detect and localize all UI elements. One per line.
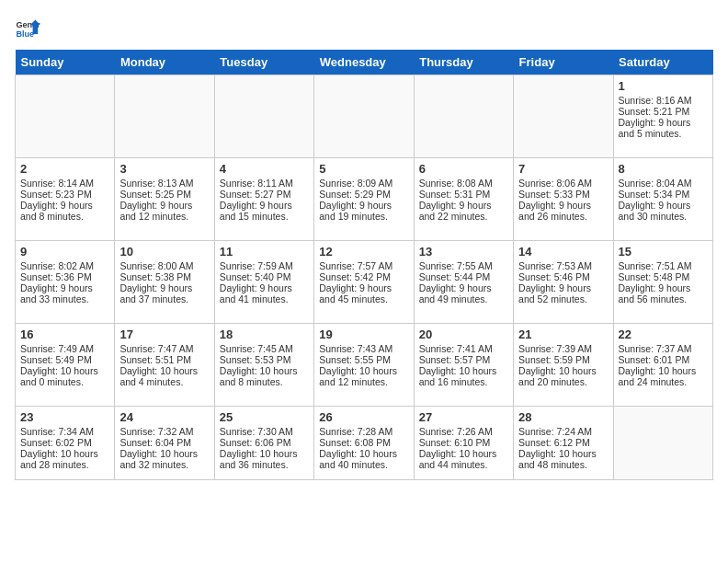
day-number: 7 [518,162,608,176]
day-info: Sunset: 5:49 PM [20,354,109,365]
day-number: 11 [220,245,309,259]
day-info: Sunrise: 7:28 AM [319,426,408,437]
day-number: 12 [319,245,408,259]
day-info: Daylight: 9 hours and 30 minutes. [619,200,708,222]
day-info: Daylight: 9 hours and 22 minutes. [419,200,508,222]
day-info: Daylight: 10 hours and 20 minutes. [518,365,608,387]
day-info: Sunset: 6:08 PM [319,437,408,448]
day-info: Sunrise: 7:57 AM [319,260,408,271]
day-info: Sunset: 5:40 PM [220,271,309,282]
day-info: Sunset: 5:27 PM [220,189,309,200]
day-number: 25 [220,410,309,424]
day-info: Daylight: 9 hours and 49 minutes. [419,282,508,304]
day-info: Sunset: 5:21 PM [619,106,708,117]
day-info: Sunrise: 7:30 AM [220,426,309,437]
weekday-header-sunday: Sunday [16,50,115,75]
day-info: Sunrise: 7:47 AM [119,343,209,354]
day-info: Sunset: 6:02 PM [20,437,109,448]
weekday-header-tuesday: Tuesday [214,50,313,75]
weekday-header-monday: Monday [115,50,214,75]
calendar-cell: 17Sunrise: 7:47 AMSunset: 5:51 PMDayligh… [115,324,214,407]
calendar-cell [613,407,712,480]
day-info: Sunrise: 8:16 AM [619,95,708,106]
header: General Blue [15,15,713,40]
day-info: Sunset: 5:42 PM [319,271,408,282]
day-info: Sunset: 5:36 PM [20,271,109,282]
day-info: Sunset: 5:48 PM [619,271,708,282]
day-info: Sunset: 5:57 PM [419,354,508,365]
day-info: Sunrise: 8:08 AM [419,178,508,189]
day-info: Sunrise: 7:55 AM [419,260,508,271]
day-info: Sunset: 5:38 PM [119,271,209,282]
calendar-cell: 12Sunrise: 7:57 AMSunset: 5:42 PMDayligh… [314,241,414,324]
week-row-3: 9Sunrise: 8:02 AMSunset: 5:36 PMDaylight… [16,241,713,324]
calendar-cell: 13Sunrise: 7:55 AMSunset: 5:44 PMDayligh… [414,241,513,324]
day-info: Daylight: 10 hours and 36 minutes. [220,448,309,470]
day-info: Sunrise: 8:14 AM [20,178,109,189]
day-info: Daylight: 10 hours and 48 minutes. [518,448,608,470]
day-number: 20 [419,327,508,341]
day-number: 14 [518,245,608,259]
day-info: Sunrise: 7:49 AM [20,343,109,354]
weekday-header-thursday: Thursday [414,50,513,75]
calendar-cell: 23Sunrise: 7:34 AMSunset: 6:02 PMDayligh… [16,407,115,480]
day-info: Sunrise: 7:45 AM [220,343,309,354]
logo: General Blue [15,15,44,40]
day-info: Daylight: 10 hours and 28 minutes. [20,448,109,470]
day-info: Daylight: 9 hours and 8 minutes. [20,200,109,222]
day-info: Daylight: 9 hours and 52 minutes. [518,282,608,304]
calendar-cell: 16Sunrise: 7:49 AMSunset: 5:49 PMDayligh… [16,324,115,407]
day-info: Sunrise: 7:43 AM [319,343,408,354]
day-number: 17 [119,327,209,341]
day-info: Sunrise: 7:59 AM [220,260,309,271]
day-info: Sunrise: 7:53 AM [518,260,608,271]
day-info: Sunrise: 8:04 AM [619,178,708,189]
day-number: 28 [518,410,608,424]
calendar-cell: 5Sunrise: 8:09 AMSunset: 5:29 PMDaylight… [314,158,414,241]
calendar-cell: 6Sunrise: 8:08 AMSunset: 5:31 PMDaylight… [414,158,513,241]
day-number: 2 [20,162,109,176]
day-info: Sunset: 5:53 PM [220,354,309,365]
day-number: 23 [20,410,109,424]
day-info: Daylight: 9 hours and 41 minutes. [220,282,309,304]
weekday-header-wednesday: Wednesday [314,50,414,75]
day-number: 4 [220,162,309,176]
day-info: Daylight: 9 hours and 19 minutes. [319,200,408,222]
calendar-cell [514,75,613,158]
calendar-cell: 2Sunrise: 8:14 AMSunset: 5:23 PMDaylight… [16,158,115,241]
week-row-1: 1Sunrise: 8:16 AMSunset: 5:21 PMDaylight… [16,75,713,158]
day-info: Sunrise: 7:32 AM [119,426,209,437]
day-number: 15 [619,245,708,259]
day-info: Daylight: 9 hours and 37 minutes. [119,282,209,304]
day-info: Daylight: 10 hours and 8 minutes. [220,365,309,387]
day-info: Sunset: 5:46 PM [518,271,608,282]
day-info: Sunrise: 8:06 AM [518,178,608,189]
calendar-cell: 25Sunrise: 7:30 AMSunset: 6:06 PMDayligh… [214,407,313,480]
calendar-cell: 3Sunrise: 8:13 AMSunset: 5:25 PMDaylight… [115,158,214,241]
day-info: Sunrise: 7:34 AM [20,426,109,437]
day-number: 19 [319,327,408,341]
day-info: Sunset: 5:55 PM [319,354,408,365]
week-row-4: 16Sunrise: 7:49 AMSunset: 5:49 PMDayligh… [16,324,713,407]
day-info: Sunrise: 8:02 AM [20,260,109,271]
day-number: 22 [619,327,708,341]
day-info: Sunrise: 8:11 AM [220,178,309,189]
day-info: Sunset: 5:34 PM [619,189,708,200]
day-info: Daylight: 9 hours and 5 minutes. [619,117,708,139]
day-info: Daylight: 9 hours and 12 minutes. [119,200,209,222]
day-info: Sunrise: 7:24 AM [518,426,608,437]
weekday-header-row: SundayMondayTuesdayWednesdayThursdayFrid… [16,50,713,75]
week-row-2: 2Sunrise: 8:14 AMSunset: 5:23 PMDaylight… [16,158,713,241]
day-info: Sunset: 6:12 PM [518,437,608,448]
calendar-cell: 9Sunrise: 8:02 AMSunset: 5:36 PMDaylight… [16,241,115,324]
day-info: Daylight: 9 hours and 45 minutes. [319,282,408,304]
day-number: 5 [319,162,408,176]
day-info: Daylight: 10 hours and 40 minutes. [319,448,408,470]
day-info: Sunrise: 7:41 AM [419,343,508,354]
calendar-cell: 18Sunrise: 7:45 AMSunset: 5:53 PMDayligh… [214,324,313,407]
day-number: 26 [319,410,408,424]
week-row-5: 23Sunrise: 7:34 AMSunset: 6:02 PMDayligh… [16,407,713,480]
day-info: Sunrise: 8:00 AM [119,260,209,271]
calendar-cell [314,75,414,158]
day-info: Sunrise: 8:13 AM [119,178,209,189]
